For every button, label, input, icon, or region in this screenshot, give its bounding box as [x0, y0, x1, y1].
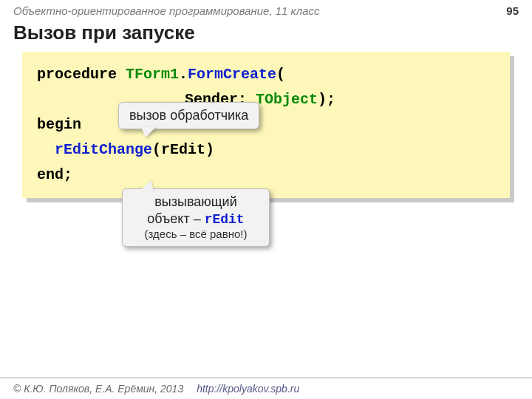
open-paren: (: [276, 66, 285, 83]
code-line-1: procedure TForm1.FormCreate(: [37, 62, 495, 87]
code-box: procedure TForm1.FormCreate( Sender: TOb…: [22, 52, 510, 198]
close-paren: );: [318, 91, 335, 108]
call-args: (rEdit): [152, 141, 214, 158]
code-block: procedure TForm1.FormCreate( Sender: TOb…: [22, 52, 510, 198]
course-label: Объектно-ориентированное программировани…: [13, 4, 320, 17]
callout-line2-text: объект –: [147, 211, 204, 226]
callout-line2: объект – rEdit: [133, 211, 259, 228]
copyright: © К.Ю. Поляков, Е.А. Ерёмин, 2013: [13, 383, 183, 395]
code-line-3: begin: [37, 112, 495, 137]
callout-small: (здесь – всё равно!): [133, 228, 259, 242]
code-line-2: Sender: TObject);: [37, 87, 495, 112]
call-name: rEditChange: [55, 141, 152, 158]
param-type: TObject: [256, 91, 318, 108]
callout-line1: вызывающий: [133, 194, 259, 211]
method-name: FormCreate: [188, 66, 276, 83]
code-line-4: rEditChange(rEdit): [37, 137, 495, 163]
kw-begin: begin: [37, 116, 81, 133]
callout-mono: rEdit: [205, 212, 245, 227]
callout-handler: вызов обработчика: [118, 102, 259, 129]
slide-footer: © К.Ю. Поляков, Е.А. Ерёмин, 2013 http:/…: [0, 378, 532, 399]
code-line-5: end;: [37, 163, 495, 188]
dot: .: [179, 66, 188, 83]
callout-tail: [141, 127, 156, 137]
slide-title: Вызов при запуске: [0, 18, 532, 52]
class-name: TForm1: [126, 66, 179, 83]
callout-caller-object: вызывающий объект – rEdit (здесь – всё р…: [122, 188, 270, 247]
kw-procedure: procedure: [37, 66, 117, 83]
kw-end: end;: [37, 166, 72, 183]
slide-header: Объектно-ориентированное программировани…: [0, 0, 532, 18]
callout-tail: [140, 180, 154, 191]
footer-url: http://kpolyakov.spb.ru: [197, 383, 299, 395]
callout-handler-text: вызов обработчика: [129, 108, 248, 123]
page-number: 95: [506, 4, 519, 17]
